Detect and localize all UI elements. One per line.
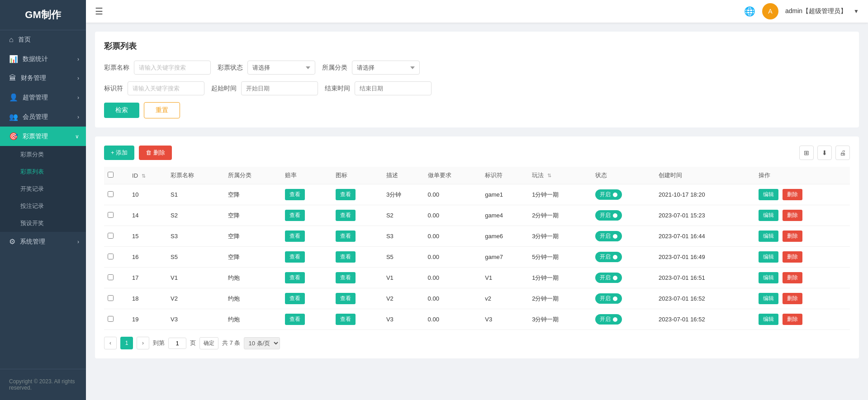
page-1-button[interactable]: 1: [120, 337, 133, 349]
page-confirm-button[interactable]: 确定: [199, 337, 218, 349]
view-icon-button[interactable]: 查看: [336, 293, 356, 304]
search-form-row2: 标识符 起始时间 结束时间: [104, 81, 850, 95]
delete-row-button[interactable]: 删除: [783, 210, 802, 221]
sidebar-item-lottery-category[interactable]: 彩票分类: [0, 146, 86, 163]
identifier-input[interactable]: [128, 81, 204, 95]
status-badge[interactable]: 开启: [595, 231, 622, 241]
sidebar-item-data-stats[interactable]: 📊 数据统计 ›: [0, 49, 86, 69]
category-row: 所属分类 请选择: [322, 61, 420, 75]
sidebar-item-prize-record[interactable]: 开奖记录: [0, 180, 86, 198]
row-desc: S5: [383, 247, 424, 268]
hamburger-button[interactable]: ☰: [95, 6, 103, 17]
edit-button[interactable]: 编辑: [759, 272, 778, 283]
sidebar-item-home[interactable]: ⌂ 首页: [0, 30, 86, 49]
edit-button[interactable]: 编辑: [759, 314, 778, 325]
view-icon-button[interactable]: 查看: [336, 272, 356, 283]
data-table: ID ⇅ 彩票名称 所属分类 赔率 图标 描述 做单要求 标识符 玩法 ⇅ 状态…: [104, 167, 850, 330]
sidebar-item-finance[interactable]: 🏛 财务管理 ›: [0, 69, 86, 88]
row-odds: 查看: [281, 247, 332, 268]
row-category: 空降: [224, 247, 282, 268]
end-time-label: 结束时间: [325, 85, 350, 93]
globe-icon[interactable]: 🌐: [744, 6, 755, 17]
select-all-checkbox[interactable]: [108, 172, 114, 178]
search-button[interactable]: 检索: [104, 103, 139, 118]
category-label: 所属分类: [322, 64, 347, 72]
prev-page-button[interactable]: ‹: [104, 337, 117, 349]
category-select[interactable]: 请选择: [352, 61, 420, 75]
status-badge[interactable]: 开启: [595, 252, 622, 262]
view-icon-button[interactable]: 查看: [336, 210, 356, 221]
status-badge[interactable]: 开启: [595, 314, 622, 325]
edit-button[interactable]: 编辑: [759, 251, 778, 263]
view-icon-button[interactable]: 查看: [336, 251, 356, 263]
view-odds-button[interactable]: 查看: [285, 231, 305, 242]
lottery-name-input[interactable]: [134, 61, 211, 75]
next-page-button[interactable]: ›: [137, 337, 149, 349]
view-icon-button[interactable]: 查看: [336, 189, 356, 200]
user-dropdown-icon[interactable]: ▼: [854, 8, 859, 14]
sort-icon-id[interactable]: ⇅: [142, 173, 146, 179]
status-badge[interactable]: 开启: [595, 273, 622, 283]
edit-button[interactable]: 编辑: [759, 231, 778, 242]
delete-row-button[interactable]: 删除: [783, 272, 802, 283]
status-badge[interactable]: 开启: [595, 293, 622, 304]
view-odds-button[interactable]: 查看: [285, 293, 305, 304]
row-desc: 3分钟: [383, 184, 424, 205]
view-odds-button[interactable]: 查看: [285, 314, 305, 325]
row-icon: 查看: [332, 247, 383, 268]
sort-icon-play[interactable]: ⇅: [547, 173, 551, 179]
sidebar-item-system[interactable]: ⚙ 系统管理 ›: [0, 232, 86, 251]
row-status: 开启: [592, 268, 655, 288]
view-icon-button[interactable]: 查看: [336, 314, 356, 325]
user-name[interactable]: admin【超级管理员】: [785, 7, 847, 15]
sidebar-item-bet-record[interactable]: 投注记录: [0, 198, 86, 215]
sidebar-item-lottery-list[interactable]: 彩票列表: [0, 163, 86, 180]
row-select-checkbox[interactable]: [108, 295, 114, 301]
edit-button[interactable]: 编辑: [759, 293, 778, 304]
row-select-checkbox[interactable]: [108, 316, 114, 322]
sidebar-item-super-admin[interactable]: 👤 超管管理 ›: [0, 88, 86, 107]
export-button[interactable]: ⬇: [817, 146, 832, 160]
row-category: 约炮: [224, 309, 282, 330]
row-select-checkbox[interactable]: [108, 233, 114, 239]
th-requirement: 做单要求: [424, 167, 482, 184]
th-desc: 描述: [383, 167, 424, 184]
view-odds-button[interactable]: 查看: [285, 272, 305, 283]
status-badge[interactable]: 开启: [595, 210, 622, 221]
page-size-select[interactable]: 10 条/页 20 条/页 50 条/页: [244, 337, 280, 349]
delete-row-button[interactable]: 删除: [783, 293, 802, 304]
sidebar-item-preset-prize[interactable]: 预设开奖: [0, 215, 86, 232]
column-settings-button[interactable]: ⊞: [799, 146, 814, 160]
row-select-checkbox[interactable]: [108, 212, 114, 218]
add-button[interactable]: + 添加: [104, 146, 134, 160]
print-button[interactable]: 🖨: [835, 146, 850, 160]
sidebar-item-member[interactable]: 👥 会员管理 ›: [0, 107, 86, 127]
lottery-status-select[interactable]: 请选择: [247, 61, 315, 75]
row-select-checkbox[interactable]: [108, 274, 114, 280]
row-icon: 查看: [332, 288, 383, 309]
edit-button[interactable]: 编辑: [759, 210, 778, 221]
row-select-checkbox[interactable]: [108, 191, 114, 197]
delete-row-button[interactable]: 删除: [783, 314, 802, 325]
end-time-input[interactable]: [355, 81, 432, 95]
view-odds-button[interactable]: 查看: [285, 189, 305, 200]
delete-row-button[interactable]: 删除: [783, 231, 802, 242]
edit-button[interactable]: 编辑: [759, 189, 778, 200]
row-created-time: 2023-07-01 16:49: [655, 247, 755, 268]
user-avatar[interactable]: A: [762, 3, 778, 19]
row-select-checkbox[interactable]: [108, 254, 114, 259]
row-odds: 查看: [281, 205, 332, 226]
view-icon-button[interactable]: 查看: [336, 231, 356, 242]
sidebar-item-lottery[interactable]: 🎯 彩票管理 ∨: [0, 127, 86, 146]
delete-row-button[interactable]: 删除: [783, 189, 802, 200]
delete-row-button[interactable]: 删除: [783, 251, 802, 263]
total-items: 共 7 条: [222, 339, 240, 347]
view-odds-button[interactable]: 查看: [285, 251, 305, 263]
page-title: 彩票列表: [104, 41, 850, 52]
page-number-input[interactable]: [168, 338, 186, 349]
reset-button[interactable]: 重置: [144, 102, 180, 118]
view-odds-button[interactable]: 查看: [285, 210, 305, 221]
start-time-input[interactable]: [241, 81, 318, 95]
bulk-delete-button[interactable]: 🗑 删除: [139, 146, 172, 160]
status-badge[interactable]: 开启: [595, 189, 622, 200]
